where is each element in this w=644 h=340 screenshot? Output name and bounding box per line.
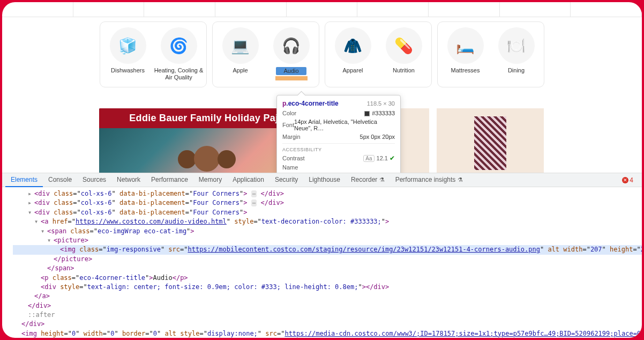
tab-application[interactable]: Application <box>227 173 269 187</box>
category-box-4: 🛏️Mattresses 🍽️Dining <box>437 21 544 87</box>
category-box-2: 💻Apple 🎧Audio <box>212 21 319 87</box>
table-icon: 🍽️ <box>498 27 535 64</box>
check-icon: ✔ <box>390 154 395 162</box>
category-label: Dishwashers <box>102 67 153 74</box>
flask-icon: ⚗ <box>379 176 385 183</box>
category-label: Mattresses <box>440 67 491 74</box>
fan-icon: 🌀 <box>161 27 197 64</box>
tab-recorder[interactable]: Recorder ⚗ <box>346 173 390 187</box>
element-inspector-tooltip: p.eco-4corner-title 118.5 × 30 Color#333… <box>276 95 401 173</box>
laptop-icon: 💻 <box>222 27 259 64</box>
category-label: Dining <box>491 67 542 74</box>
error-icon: ✕ <box>622 177 628 183</box>
category-label: Nutrition <box>378 67 429 74</box>
tab-perf-insights[interactable]: Performance insights ⚗ <box>390 173 468 187</box>
devtools-toolbar: Elements Console Sources Network Perform… <box>2 173 642 187</box>
tab-elements[interactable]: Elements <box>5 173 43 187</box>
tab-console[interactable]: Console <box>43 173 77 187</box>
category-dishwashers[interactable]: 🧊Dishwashers <box>102 25 153 80</box>
dishwasher-icon: 🧊 <box>110 27 146 64</box>
tab-lighthouse[interactable]: Lighthouse <box>303 173 346 187</box>
margin-highlight <box>275 76 308 80</box>
product-card-2[interactable] <box>437 108 544 173</box>
category-mattresses[interactable]: 🛏️Mattresses <box>440 25 491 80</box>
page-viewport: 🧊Dishwashers 🌀Heating, Cooling & Air Qua… <box>2 17 642 173</box>
error-counter[interactable]: ✕4 <box>622 176 633 184</box>
tab-sources[interactable]: Sources <box>77 173 111 187</box>
category-label: Heating, Cooling & Air Quality <box>153 67 204 80</box>
category-apparel[interactable]: 🧥Apparel <box>327 25 378 80</box>
jacket-icon: 🧥 <box>335 27 371 64</box>
bed-icon: 🛏️ <box>447 27 484 64</box>
category-box-1: 🧊Dishwashers 🌀Heating, Cooling & Air Qua… <box>100 21 207 87</box>
category-audio[interactable]: 🎧Audio <box>266 25 317 80</box>
top-tabs-strip <box>2 2 642 17</box>
category-heating[interactable]: 🌀Heating, Cooling & Air Quality <box>153 25 204 80</box>
tab-network[interactable]: Network <box>111 173 146 187</box>
category-nutrition[interactable]: 💊Nutrition <box>378 25 429 80</box>
elements-panel[interactable]: ▸<div class="col-xs-6" data-bi-placement… <box>2 187 642 338</box>
category-label: Audio <box>266 67 317 75</box>
tab-performance[interactable]: Performance <box>146 173 193 187</box>
category-box-3: 🧥Apparel 💊Nutrition <box>325 21 432 87</box>
pill-icon: 💊 <box>386 27 422 64</box>
pajama-image <box>474 116 506 170</box>
category-label: Apple <box>215 67 266 74</box>
family-image <box>164 135 250 173</box>
category-apple[interactable]: 💻Apple <box>215 25 266 80</box>
flask-icon: ⚗ <box>458 176 463 183</box>
tab-memory[interactable]: Memory <box>193 173 227 187</box>
tab-security[interactable]: Security <box>269 173 303 187</box>
headphone-icon: 🎧 <box>273 27 310 64</box>
category-label: Apparel <box>327 67 378 74</box>
category-dining[interactable]: 🍽️Dining <box>491 25 542 80</box>
